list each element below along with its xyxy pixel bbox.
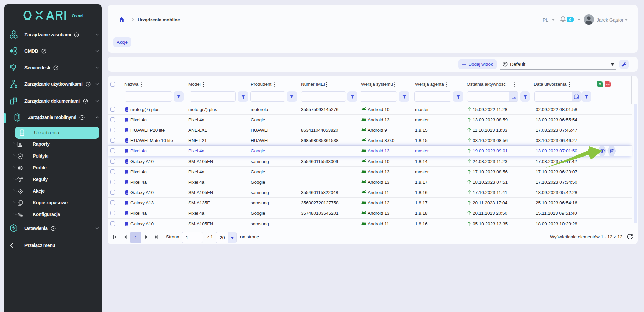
svg-text:X: X <box>599 83 601 86</box>
svg-text:PDF: PDF <box>606 83 610 85</box>
